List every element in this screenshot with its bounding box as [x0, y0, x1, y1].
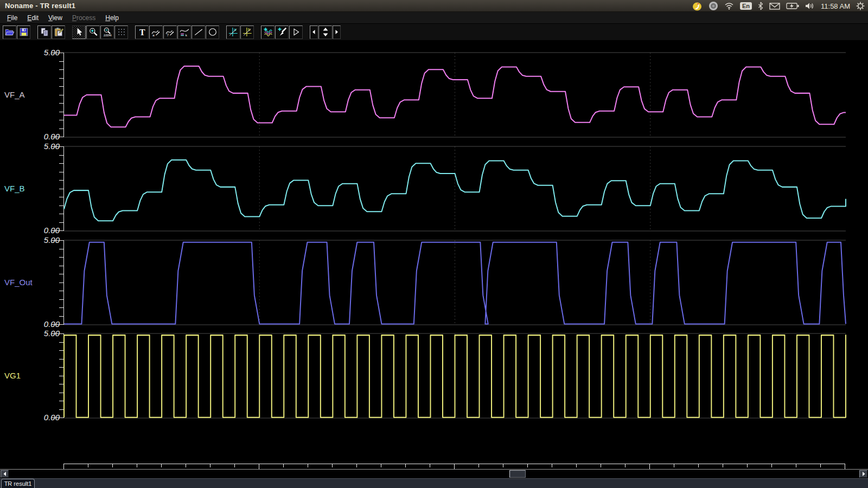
battery-icon[interactable] — [786, 3, 799, 9]
y-minor-tick — [59, 401, 63, 401]
x-minor-tick — [186, 464, 186, 467]
x-minor-tick — [723, 464, 723, 467]
x-minor-tick — [527, 464, 528, 467]
vf-b-trace — [64, 160, 846, 221]
mail-icon[interactable] — [769, 3, 780, 10]
x-minor-tick — [674, 464, 674, 467]
cursor-a-icon: a — [228, 27, 238, 37]
annotate-curve-icon: a — [151, 27, 161, 37]
signal-label-vf-a: VF_A — [4, 90, 25, 99]
y-minor-tick — [59, 61, 63, 62]
x-minor-tick — [332, 464, 333, 467]
x-minor-tick — [234, 464, 235, 467]
bluetooth-icon[interactable] — [758, 2, 763, 10]
horizontal-scrollbar[interactable] — [0, 470, 868, 478]
curve-legend-button[interactable]: k — [177, 25, 191, 39]
y-minor-tick — [59, 257, 63, 258]
keyboard-layout-badge[interactable]: En — [740, 2, 752, 10]
line-tool-button[interactable] — [192, 25, 205, 39]
zoom-out-100-button[interactable]: 100% — [100, 25, 114, 39]
cursor-b-button[interactable]: b — [240, 25, 254, 39]
cursor-a-button[interactable]: a — [226, 25, 240, 39]
copy-button[interactable] — [37, 25, 51, 39]
add-curves-button[interactable] — [261, 25, 275, 39]
indicator-icon[interactable] — [709, 1, 718, 11]
x-minor-tick — [796, 464, 796, 467]
curve-legend-icon: k — [180, 27, 189, 37]
zoom-in-icon — [88, 27, 98, 37]
menu-help[interactable]: Help — [100, 12, 124, 23]
signal-label-vg1: VG1 — [4, 371, 21, 380]
clock-text[interactable]: 11:58 AM — [821, 2, 850, 10]
run-icon — [291, 27, 301, 37]
text-tool-icon: T — [137, 27, 147, 37]
scroll-left-icon — [3, 472, 7, 476]
scroll-right-button[interactable] — [859, 470, 867, 478]
x-minor-tick — [210, 464, 210, 467]
y-minor-tick — [59, 307, 63, 308]
zoom-out-100-icon: 100% — [103, 27, 112, 37]
signal-label-vf-out: VF_Out — [4, 278, 33, 287]
volume-icon[interactable] — [805, 2, 815, 10]
annotate-curve-alt-button[interactable]: ? — [163, 25, 177, 39]
annotate-curve-button[interactable]: a — [149, 25, 163, 39]
grid-button[interactable] — [114, 25, 128, 39]
save-button[interactable] — [17, 25, 30, 39]
y-minor-tick — [59, 155, 63, 156]
app-icon[interactable] — [692, 1, 703, 11]
waveform-area: Time (s) 23.00u25.00u27.00u29.00u31.00u … — [0, 40, 868, 470]
zoom-in-button[interactable] — [86, 25, 100, 39]
waveform-panel-vf-a: VF_A5.000.00 — [0, 53, 868, 137]
y-major-tick — [52, 230, 63, 231]
window-title: Noname - TR result1 — [0, 2, 75, 10]
y-minor-tick — [59, 103, 63, 104]
x-minor-tick — [478, 464, 479, 467]
ellipse-tool-button[interactable] — [206, 25, 219, 39]
menu-view[interactable]: View — [43, 12, 67, 23]
scroll-right-icon — [861, 472, 866, 476]
open-file-button[interactable] — [3, 25, 16, 39]
y-major-tick — [52, 137, 63, 137]
ellipse-tool-icon — [208, 27, 218, 37]
annotate-curve-alt-icon: ? — [165, 27, 175, 37]
paste-icon — [54, 27, 63, 37]
add-probe-icon — [277, 27, 287, 37]
session-gear-icon[interactable] — [856, 2, 865, 10]
run-button[interactable] — [289, 25, 303, 39]
wifi-icon[interactable] — [724, 2, 734, 10]
tab-bar: TR result1 — [0, 478, 868, 488]
pan-vertical-button[interactable] — [318, 25, 332, 39]
pan-right-button[interactable] — [333, 25, 341, 39]
y-minor-tick — [59, 299, 63, 300]
waveform-plot-vf-a — [64, 53, 846, 137]
menu-file[interactable]: File — [2, 12, 22, 23]
x-minor-tick — [625, 464, 626, 467]
text-tool-button[interactable]: T — [135, 25, 149, 39]
add-probe-button[interactable] — [275, 25, 289, 39]
y-minor-tick — [59, 120, 63, 120]
y-major-tick — [52, 240, 63, 241]
menu-edit[interactable]: Edit — [22, 12, 43, 23]
save-icon — [19, 27, 29, 37]
y-minor-tick — [59, 350, 63, 351]
application-window: Noname - TR result1 En — [0, 0, 868, 488]
pointer-tool-button[interactable] — [72, 25, 86, 39]
scrollbar-thumb[interactable] — [509, 470, 526, 478]
y-minor-tick — [59, 393, 63, 393]
title-bar: Noname - TR result1 En — [0, 0, 868, 12]
menu-process[interactable]: Process — [67, 12, 100, 23]
pan-left-button[interactable] — [310, 25, 318, 39]
tab-tr-result1[interactable]: TR result1 — [1, 479, 35, 488]
svg-text:a: a — [152, 33, 155, 37]
x-minor-tick — [112, 464, 113, 467]
y-major-tick — [52, 333, 63, 334]
y-minor-tick — [59, 274, 63, 274]
y-minor-tick — [59, 291, 63, 291]
y-minor-tick — [59, 316, 63, 317]
line-tool-icon — [194, 27, 203, 37]
scroll-left-button[interactable] — [1, 470, 9, 478]
x-minor-tick — [88, 464, 88, 467]
y-minor-tick — [59, 78, 63, 79]
y-minor-tick — [59, 197, 63, 197]
paste-button[interactable] — [52, 25, 65, 39]
